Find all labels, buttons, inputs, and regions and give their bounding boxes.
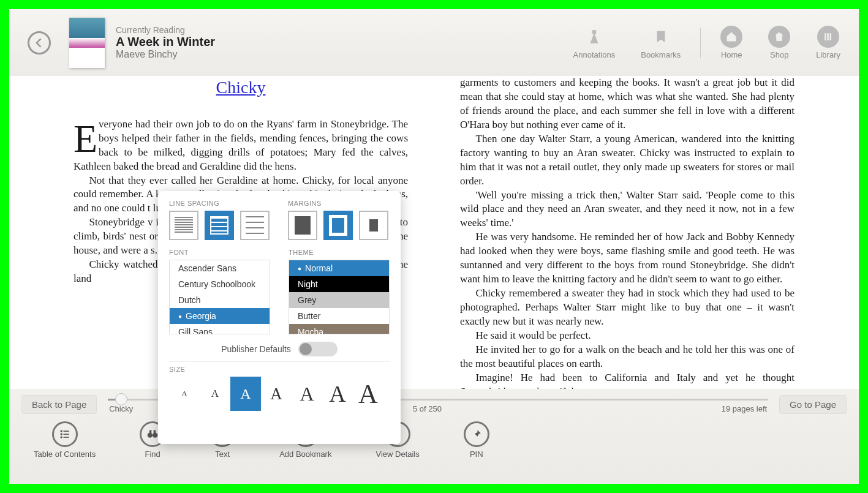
- bottom-bar: Back to Page Chicky 5 of 250 19 pages le…: [9, 389, 859, 484]
- annotations-label: Annotations: [573, 50, 616, 59]
- margins-wide[interactable]: [359, 211, 388, 240]
- bookmarks-button[interactable]: Bookmarks: [641, 26, 681, 59]
- library-label: Library: [816, 50, 840, 59]
- svg-rect-9: [63, 437, 69, 438]
- svg-rect-1: [825, 33, 826, 40]
- publisher-defaults-label: Publisher Defaults: [221, 344, 291, 354]
- view-details-label: View Details: [376, 450, 419, 459]
- para-r6: He said it would be perfect.: [460, 329, 794, 343]
- chapter-title[interactable]: Chicky: [74, 76, 408, 99]
- theme-normal[interactable]: ●Normal: [289, 260, 389, 276]
- theme-butter[interactable]: Butter: [289, 308, 389, 324]
- back-to-page-button[interactable]: Back to Page: [21, 395, 97, 414]
- margins-narrow[interactable]: [288, 211, 317, 240]
- pin-icon: [464, 421, 489, 447]
- svg-rect-2: [827, 33, 829, 40]
- para-r2: Then one day Walter Starr, a young Ameri…: [460, 132, 794, 189]
- theme-night[interactable]: Night: [289, 276, 389, 292]
- svg-rect-3: [830, 33, 832, 40]
- size-2[interactable]: A: [200, 377, 230, 411]
- svg-point-10: [148, 433, 153, 438]
- add-bookmark-label: Add Bookmark: [279, 450, 331, 459]
- currently-reading-label: Currently Reading: [116, 25, 215, 35]
- size-3[interactable]: A: [230, 377, 261, 411]
- find-label: Find: [145, 450, 160, 459]
- para-r3: 'Well you're missing a trick then,' Walt…: [460, 189, 794, 231]
- font-option[interactable]: Ascender Sans: [170, 260, 270, 276]
- svg-rect-0: [592, 30, 597, 34]
- list-icon: [52, 421, 78, 447]
- size-7[interactable]: A: [353, 377, 383, 411]
- theme-mocha[interactable]: Mocha: [289, 324, 389, 334]
- font-option-selected[interactable]: ●Georgia: [170, 308, 270, 324]
- shop-button[interactable]: Shop: [768, 26, 790, 59]
- pin-button[interactable]: PIN: [464, 421, 489, 459]
- home-button[interactable]: Home: [720, 26, 742, 59]
- para-1: veryone had their own job to do on the R…: [74, 118, 408, 172]
- right-page: garments to customers and keeping the bo…: [445, 76, 847, 389]
- library-button[interactable]: Library: [816, 26, 840, 59]
- size-options: A A A A A A A: [169, 377, 390, 411]
- annotations-button[interactable]: Annotations: [573, 26, 616, 59]
- para-r5: Chicky remembered a sweater they had in …: [460, 287, 794, 329]
- para-r4: He was very handsome. He reminded her of…: [460, 230, 794, 287]
- line-spacing-medium[interactable]: [205, 211, 234, 240]
- book-cover-thumbnail[interactable]: [69, 18, 105, 68]
- pin-label: PIN: [470, 450, 483, 459]
- font-option[interactable]: Century Schoolbook: [170, 276, 270, 292]
- top-bar: Currently Reading A Week in Winter Maeve…: [9, 9, 859, 76]
- para-r8: Imagine! He had been to California and I…: [460, 371, 794, 389]
- svg-rect-7: [63, 434, 69, 435]
- size-6[interactable]: A: [322, 377, 353, 411]
- para-r7: He invited her to go for a walk on the b…: [460, 343, 794, 371]
- margins-label: MARGINS: [288, 200, 388, 207]
- dropcap: E: [74, 118, 99, 157]
- shop-label: Shop: [770, 50, 788, 59]
- svg-point-8: [60, 436, 62, 438]
- font-option[interactable]: Gill Sans: [170, 324, 270, 334]
- para-r1: garments to customers and keeping the bo…: [460, 76, 794, 132]
- publisher-defaults-toggle[interactable]: [298, 342, 338, 356]
- go-to-page-button[interactable]: Go to Page: [779, 395, 847, 414]
- svg-rect-13: [154, 430, 156, 433]
- svg-rect-12: [149, 430, 151, 433]
- font-option[interactable]: Dutch: [170, 292, 270, 308]
- line-spacing-tight[interactable]: [169, 211, 198, 240]
- text-label: Text: [215, 450, 230, 459]
- book-title: A Week in Winter: [116, 35, 215, 49]
- size-5[interactable]: A: [292, 377, 322, 411]
- separator: [700, 28, 701, 58]
- text-settings-popup: LINE SPACING MARGINS FONT: [158, 191, 401, 444]
- size-1[interactable]: A: [169, 377, 200, 411]
- reader-area: Chicky Everyone had their own job to do …: [9, 76, 859, 389]
- book-author: Maeve Binchy: [116, 49, 215, 60]
- theme-list[interactable]: ●Normal Night Grey Butter Mocha: [289, 260, 390, 334]
- toc-label: Table of Contents: [34, 450, 96, 459]
- pages-left: 19 pages left: [722, 404, 767, 413]
- theme-grey[interactable]: Grey: [289, 292, 389, 308]
- line-spacing-wide[interactable]: [240, 211, 270, 240]
- line-spacing-label: LINE SPACING: [169, 200, 270, 207]
- margins-medium[interactable]: [323, 211, 353, 240]
- bookmarks-label: Bookmarks: [641, 50, 681, 59]
- page-counter: 5 of 250: [413, 404, 442, 413]
- svg-point-11: [153, 433, 157, 438]
- home-label: Home: [721, 50, 742, 59]
- font-label: FONT: [169, 249, 270, 256]
- theme-label: THEME: [289, 249, 390, 256]
- toc-button[interactable]: Table of Contents: [34, 421, 96, 459]
- svg-rect-5: [63, 431, 69, 432]
- back-button[interactable]: [28, 31, 51, 55]
- size-4[interactable]: A: [261, 377, 292, 411]
- font-list[interactable]: Ascender Sans Century Schoolbook Dutch ●…: [169, 260, 270, 334]
- divider: [169, 361, 390, 362]
- svg-point-6: [60, 433, 62, 435]
- size-label: SIZE: [169, 366, 390, 373]
- book-meta: Currently Reading A Week in Winter Maeve…: [116, 25, 215, 60]
- svg-point-4: [60, 430, 62, 432]
